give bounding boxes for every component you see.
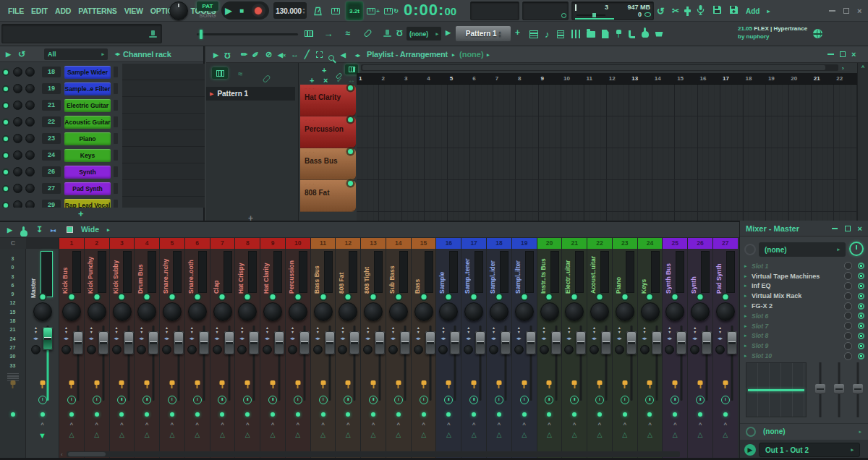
slot-enable-led[interactable] [858,293,864,299]
rack-undo-icon[interactable]: ↺ [18,49,25,59]
volume-fader[interactable] [427,325,434,401]
plugin-jack-icon[interactable] [495,380,502,389]
stereo-arrows[interactable]: ▴▾ [61,325,72,334]
pan-knob[interactable] [314,302,333,321]
volume-fader[interactable] [577,325,584,401]
mixer-layout-icon[interactable] [67,226,73,233]
route-triangle-icon[interactable]: △ [346,431,351,438]
slot-enable-led[interactable] [858,263,864,269]
plugin-jack-icon[interactable] [647,380,653,389]
phase-arrows[interactable]: ◂▸ [715,336,726,341]
mixer-strip-number[interactable]: 22 [587,238,612,249]
mixer-strip[interactable]: 11 Bass Bus ▴▾ ◂▸ ^ △ [311,238,336,460]
pan-knob[interactable] [188,302,207,321]
globe-icon[interactable] [813,29,822,38]
arrangement-grid[interactable] [357,85,857,221]
slice-tool-icon[interactable]: ╱ [305,50,310,59]
master-pan-knob[interactable] [33,302,52,321]
stereo-arrows[interactable]: ▴▾ [187,325,197,334]
route-triangle-icon[interactable]: △ [723,431,728,438]
channel-step-area[interactable] [122,64,205,80]
channel-pan-knob[interactable] [13,134,22,143]
playlist-icon[interactable] [529,30,538,38]
link-icon[interactable] [359,24,375,43]
preset-selector[interactable]: (none) ▸ [759,242,846,257]
arm-led[interactable] [321,412,326,417]
pp-close-button[interactable]: × [858,224,862,233]
slot-name[interactable]: FG-X 2 [752,302,844,310]
stereo-arrows[interactable]: ▴▾ [136,325,147,334]
mixer-strip-name[interactable]: Kick Bus [60,250,71,294]
step-edit-icon[interactable]: → [320,24,336,43]
pan-knob[interactable] [289,302,307,321]
mixer-strip-number[interactable]: 21 [562,238,587,249]
select-tool-icon[interactable] [316,51,323,58]
main-volume-knob[interactable] [169,1,188,20]
add-button[interactable]: Add [746,7,760,15]
mixer-strip-number[interactable]: 8 [235,238,260,249]
channel-select-strip[interactable] [114,166,118,177]
pl-minimize-button[interactable] [827,54,834,55]
sep-knob[interactable] [564,345,574,354]
time-icon[interactable] [117,396,126,404]
blend-notes-button[interactable]: + [365,1,381,20]
pan-knob[interactable] [389,302,408,321]
volume-fader[interactable] [603,325,610,401]
track-name[interactable]: Hat Clarity [305,93,341,101]
mixer-strip-name[interactable]: Piano [613,250,624,294]
channel-step-area[interactable] [122,130,205,147]
channel-enable-led[interactable] [4,120,8,124]
arm-led[interactable] [597,412,602,417]
route-triangle-icon[interactable]: △ [647,431,652,438]
stereo-arrows[interactable]: ▴▾ [413,325,424,334]
plugin-database-icon[interactable] [616,30,622,38]
phase-arrows[interactable]: ◂▸ [514,336,524,341]
slot-arrow-icon[interactable]: ▸ [744,323,752,329]
arm-led[interactable] [623,412,627,417]
stereo-arrows[interactable]: ▴▾ [514,325,524,334]
channel-led[interactable] [647,294,652,299]
arm-led[interactable] [522,412,527,417]
mixer-strip[interactable]: 1 Kick Bus ▴▾ ◂▸ ^ △ [59,238,85,460]
plugin-jack-icon[interactable] [596,380,603,389]
sep-knob[interactable] [438,345,448,354]
time-icon[interactable] [721,396,730,404]
route-triangle-icon[interactable]: △ [94,431,99,438]
pan-knob[interactable] [414,302,433,321]
pan-knob[interactable] [665,302,684,321]
mute-tool-icon[interactable]: ◀× [278,51,286,59]
track-led[interactable] [348,181,353,186]
arm-led[interactable] [41,412,45,417]
route-triangle-icon[interactable]: △ [195,431,200,438]
pan-knob[interactable] [88,302,106,321]
channel-led[interactable] [371,294,376,299]
channel-volume-knob[interactable] [25,150,35,160]
mixer-strip-name[interactable]: Snare..nchy [161,250,171,294]
sep-knob[interactable] [213,345,222,354]
pan-knob[interactable] [515,302,534,321]
pan-knob[interactable] [163,302,182,321]
channel-led[interactable] [195,294,200,299]
phase-arrows[interactable]: ◂▸ [664,336,675,341]
pan-knob[interactable] [113,302,132,321]
mixer-strip-name[interactable]: Synth Bus [663,250,674,294]
track-width-icon[interactable]: ↔ [348,76,355,84]
slider-tool-icon[interactable] [686,7,689,16]
sep-knob[interactable] [665,345,674,354]
channel-step-area[interactable] [122,180,205,197]
channel-led[interactable] [446,294,451,299]
volume-fader[interactable] [351,325,358,401]
arm-led[interactable] [69,412,74,417]
track-name[interactable]: Bass Bus [305,157,338,165]
save-new-version-icon[interactable] [729,4,739,17]
sep-knob[interactable] [31,345,41,354]
scroll-left-icon[interactable]: ‹ [354,65,356,72]
pan-knob[interactable] [540,302,559,321]
route-triangle-icon[interactable]: △ [572,431,577,438]
channel-led[interactable] [547,294,552,299]
channel-pan-knob[interactable] [13,67,22,77]
mixer-strip[interactable]: 21 Electr..uitar ▴▾ ◂▸ ^ △ [562,238,587,460]
mixer-strip[interactable]: 3 Kick Subby ▴▾ ◂▸ ^ △ [110,238,135,460]
channel-step-area[interactable] [122,163,205,180]
slot-mix-knob[interactable] [844,352,852,360]
